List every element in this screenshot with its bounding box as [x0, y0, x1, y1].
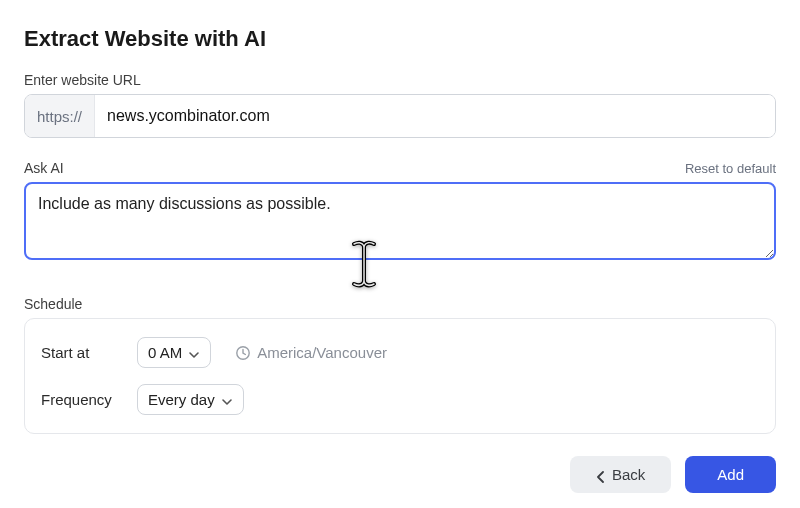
frequency-label: Frequency: [41, 391, 119, 408]
reset-to-default-link[interactable]: Reset to default: [685, 161, 776, 176]
page-title: Extract Website with AI: [24, 26, 776, 52]
chevron-down-icon: [188, 347, 200, 359]
ask-ai-textarea[interactable]: [24, 182, 776, 260]
start-time-select[interactable]: 0 AM: [137, 337, 211, 368]
chevron-down-icon: [221, 394, 233, 406]
timezone-display: America/Vancouver: [235, 344, 387, 361]
chevron-left-icon: [596, 469, 606, 481]
url-input[interactable]: [95, 95, 775, 137]
start-at-label: Start at: [41, 344, 119, 361]
schedule-label: Schedule: [24, 296, 776, 312]
timezone-text: America/Vancouver: [257, 344, 387, 361]
back-button-label: Back: [612, 466, 645, 483]
frequency-select[interactable]: Every day: [137, 384, 244, 415]
footer-buttons: Back Add: [24, 456, 776, 493]
add-button-label: Add: [717, 466, 744, 483]
back-button[interactable]: Back: [570, 456, 671, 493]
dialog-extract-website: Extract Website with AI Enter website UR…: [0, 0, 800, 508]
clock-icon: [235, 345, 251, 361]
url-prefix: https://: [25, 95, 95, 137]
start-time-value: 0 AM: [148, 344, 182, 361]
url-input-group: https://: [24, 94, 776, 138]
ask-ai-label: Ask AI: [24, 160, 64, 176]
url-label: Enter website URL: [24, 72, 776, 88]
add-button[interactable]: Add: [685, 456, 776, 493]
schedule-box: Start at 0 AM America/Vancouver Frequenc…: [24, 318, 776, 434]
frequency-value: Every day: [148, 391, 215, 408]
